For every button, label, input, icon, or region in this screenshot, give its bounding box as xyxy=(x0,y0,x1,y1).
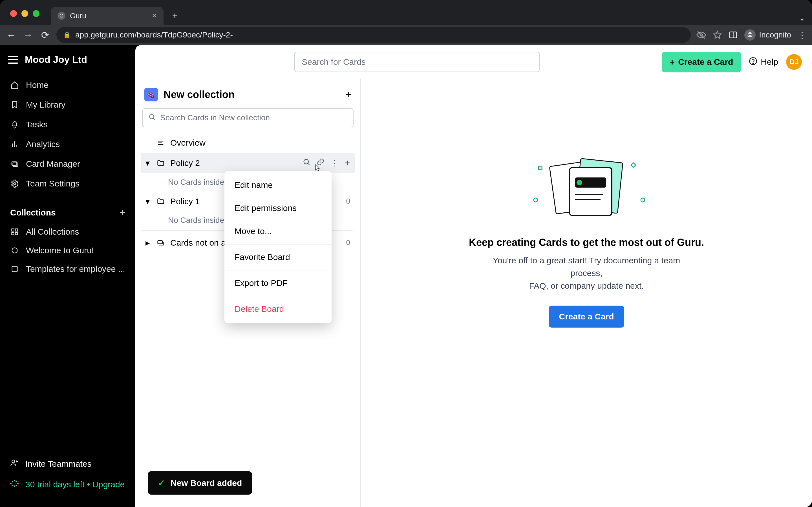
mac-close-button[interactable] xyxy=(10,10,17,17)
search-icon xyxy=(148,113,156,122)
help-icon xyxy=(749,57,757,67)
collections-title: Collections xyxy=(10,208,56,217)
svg-point-18 xyxy=(12,248,17,253)
board-context-menu: Edit name Edit permissions Move to... Fa… xyxy=(224,171,332,323)
svg-rect-32 xyxy=(158,240,162,244)
hamburger-icon[interactable] xyxy=(8,56,18,64)
sidebar-item-label: Invite Teammates xyxy=(26,459,92,469)
mac-zoom-button[interactable] xyxy=(33,10,40,17)
collection-search-input[interactable]: Search Cards in New collection xyxy=(142,108,354,127)
url-text: app.getguru.com/boards/TdpG9oec/Policy-2… xyxy=(75,31,233,40)
search-icon[interactable] xyxy=(303,158,310,168)
plus-icon: + xyxy=(670,57,675,67)
board-count: 0 xyxy=(346,197,350,206)
svg-rect-14 xyxy=(12,229,14,231)
incognito-indicator[interactable]: Incognito xyxy=(744,29,791,41)
menu-separator xyxy=(224,296,332,296)
toast-text: New Board added xyxy=(170,478,242,488)
global-search-input[interactable]: Search for Cards xyxy=(294,52,540,72)
help-button[interactable]: Help xyxy=(749,57,778,67)
invite-teammates-button[interactable]: Invite Teammates xyxy=(4,453,131,474)
svg-rect-41 xyxy=(631,163,636,168)
sidebar-item-label: Analytics xyxy=(26,139,60,149)
svg-point-24 xyxy=(753,63,754,64)
eye-off-icon[interactable] xyxy=(696,30,706,40)
svg-line-26 xyxy=(153,118,154,119)
mac-minimize-button[interactable] xyxy=(21,10,28,17)
sidebar-item-team-settings[interactable]: Team Settings xyxy=(4,174,131,193)
panel-icon[interactable] xyxy=(728,31,738,40)
overview-row[interactable]: Overview xyxy=(141,133,355,153)
svg-rect-3 xyxy=(730,32,737,38)
avatar[interactable]: DJ xyxy=(786,54,802,70)
caret-down-icon[interactable]: ▾ xyxy=(146,158,151,168)
incognito-label: Incognito xyxy=(759,31,791,40)
empty-body-line1: You're off to a great start! Try documen… xyxy=(493,256,680,278)
lock-icon: 🔒 xyxy=(63,31,71,39)
svg-rect-17 xyxy=(15,232,17,235)
collection-icon: 🍇 xyxy=(144,88,158,101)
sidebar-item-card-manager[interactable]: Card Manager xyxy=(4,154,131,174)
nav-back-button[interactable]: ← xyxy=(6,29,17,41)
sidebar-nav: Home My Library Tasks Analytics Card Man… xyxy=(0,73,135,196)
sidebar-item-tasks[interactable]: Tasks xyxy=(4,115,131,134)
tabstrip-expand-icon[interactable]: ⌄ xyxy=(792,13,812,25)
menu-edit-name[interactable]: Edit name xyxy=(224,173,332,196)
trial-upgrade-link[interactable]: 30 trial days left • Upgrade xyxy=(4,474,131,495)
board-name: Policy 2 xyxy=(170,158,200,168)
tab-close-button[interactable]: × xyxy=(152,11,157,20)
empty-create-card-button[interactable]: Create a Card xyxy=(549,305,624,328)
star-icon[interactable] xyxy=(713,31,722,40)
svg-line-31 xyxy=(308,163,310,165)
check-icon: ✓ xyxy=(158,478,165,488)
sidebar-item-all-collections[interactable]: All Collections xyxy=(4,223,131,241)
address-bar[interactable]: 🔒 app.getguru.com/boards/TdpG9oec/Policy… xyxy=(56,27,691,43)
sidebar-item-label: Home xyxy=(26,80,49,90)
create-card-button[interactable]: + Create a Card xyxy=(662,52,741,72)
cards-icon xyxy=(156,239,165,247)
menu-edit-perms[interactable]: Edit permissions xyxy=(224,196,332,220)
menu-export-pdf[interactable]: Export to PDF xyxy=(224,272,332,295)
kebab-icon[interactable]: ⋮ xyxy=(798,30,806,40)
add-icon[interactable]: + xyxy=(345,158,350,168)
sidebar-item-welcome[interactable]: Welcome to Guru! xyxy=(4,241,131,260)
topbar: Search for Cards + Create a Card Help DJ xyxy=(135,45,812,79)
org-name[interactable]: Mood Joy Ltd xyxy=(25,54,87,65)
browser-toolbar: ← → ⟳ 🔒 app.getguru.com/boards/TdpG9oec/… xyxy=(0,25,812,45)
nav-forward-button[interactable]: → xyxy=(22,29,34,41)
kebab-icon[interactable]: ⋮ xyxy=(331,158,339,168)
sidebar-item-templates[interactable]: Templates for employee ... xyxy=(4,260,131,278)
sidebar-item-label: Tasks xyxy=(26,120,48,129)
new-tab-button[interactable]: + xyxy=(168,9,182,22)
sidebar-item-library[interactable]: My Library xyxy=(4,95,131,115)
browser-tabstrip: G Guru × + ⌄ xyxy=(0,0,812,25)
menu-favorite[interactable]: Favorite Board xyxy=(224,245,332,269)
collection-add-button[interactable]: + xyxy=(345,89,351,101)
svg-rect-40 xyxy=(539,166,542,170)
nav-reload-button[interactable]: ⟳ xyxy=(40,29,51,41)
caret-right-icon[interactable]: ▸ xyxy=(146,238,151,247)
board-row-policy-2[interactable]: ▾ Policy 2 ⋮ + xyxy=(141,153,355,173)
search-placeholder: Search for Cards xyxy=(302,57,366,67)
menu-separator xyxy=(224,244,332,244)
incognito-icon xyxy=(744,29,756,41)
app-viewport: Mood Joy Ltd Home My Library Tasks Ana xyxy=(0,45,812,507)
collection-title[interactable]: New collection xyxy=(163,89,235,101)
overview-icon xyxy=(156,139,165,147)
svg-point-13 xyxy=(13,182,16,185)
add-collection-button[interactable]: + xyxy=(119,207,125,218)
sidebar-item-analytics[interactable]: Analytics xyxy=(4,134,131,154)
svg-rect-19 xyxy=(12,267,17,272)
browser-tab-active[interactable]: G Guru × xyxy=(51,7,163,25)
collection-panel: 🍇 New collection + Search Cards in New c… xyxy=(135,79,361,507)
empty-body: You're off to a great start! Try documen… xyxy=(476,254,696,292)
sidebar: Mood Joy Ltd Home My Library Tasks Ana xyxy=(0,45,135,507)
bell-icon xyxy=(10,120,19,129)
menu-move-to[interactable]: Move to... xyxy=(224,220,332,243)
sidebar-item-home[interactable]: Home xyxy=(4,75,131,95)
empty-body-line2: FAQ, or company update next. xyxy=(529,281,644,290)
grid-icon xyxy=(10,228,19,236)
template-icon xyxy=(10,265,19,273)
caret-down-icon[interactable]: ▾ xyxy=(146,196,151,206)
menu-delete-board[interactable]: Delete Board xyxy=(224,297,332,321)
